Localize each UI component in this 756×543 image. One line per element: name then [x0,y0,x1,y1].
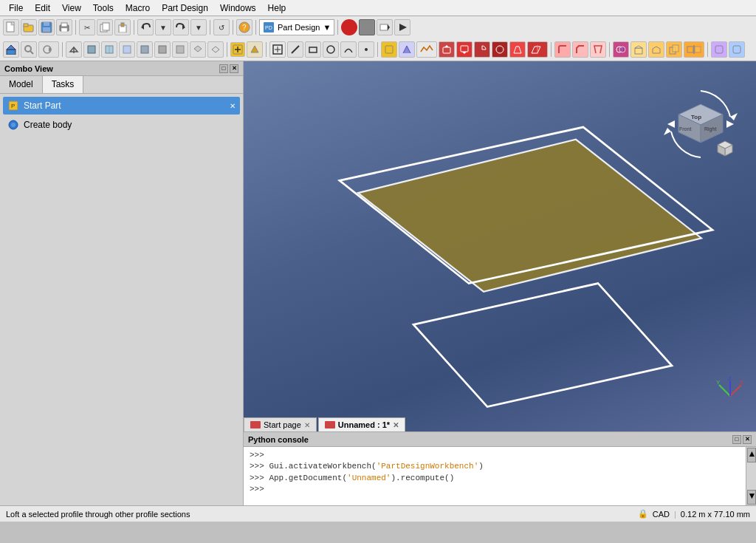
view-iso[interactable] [190,41,206,58]
play-button[interactable] [394,19,410,35]
pd-btn2[interactable] [247,41,263,58]
task-item-start-part[interactable]: P Start Part ✕ [3,97,240,115]
startpage-tab-close[interactable]: ✕ [304,421,310,429]
svg-text:P: P [11,103,15,109]
pd-draft[interactable] [590,41,606,58]
console-scrollbar[interactable]: ▲ ▼ [746,447,756,505]
open-button[interactable] [21,19,37,35]
task-close-button[interactable]: ✕ [230,102,236,110]
workbench-dropdown[interactable]: PD Part Design ▼ [259,19,334,35]
pd-more[interactable] [416,41,437,58]
pd-loft[interactable] [509,41,526,58]
svg-marker-77 [664,128,671,135]
pd-loft2[interactable] [527,41,548,58]
combo-float-button[interactable]: □ [219,64,228,73]
py-string-2: 'Unnamed' [347,474,391,482]
pd-clone[interactable] [666,41,682,58]
menu-file[interactable]: File [3,1,29,15]
pd-btn1[interactable] [230,42,245,57]
pd-boolean[interactable] [613,41,629,58]
menu-partdesign[interactable]: Part Design [156,1,214,15]
tab-tasks[interactable]: Tasks [43,76,84,93]
pd-chamfer[interactable] [572,41,588,58]
stop-button[interactable] [341,19,357,35]
stop-square[interactable] [359,19,375,35]
create-body-label: Create body [24,120,72,130]
view-home[interactable] [3,41,19,58]
combo-close-button[interactable]: ✕ [230,64,238,73]
pd-pocket[interactable] [456,41,472,58]
view-axo[interactable] [207,41,224,58]
view-back[interactable] [137,41,153,58]
pd-point[interactable] [358,41,374,58]
print-button[interactable] [56,19,72,35]
svg-line-90 [719,385,730,396]
view-3d[interactable] [66,41,82,58]
pd-groove[interactable] [492,41,508,58]
svg-marker-78 [667,120,675,128]
vp-tab-unnamed[interactable]: Unnamed : 1* ✕ [318,417,405,431]
view-top[interactable] [101,41,117,58]
pd-attach[interactable] [399,41,415,58]
menu-tools[interactable]: Tools [87,1,120,15]
help-button[interactable]: ? [236,19,252,35]
task-item-create-body[interactable]: Create body [3,116,240,134]
pd-extra[interactable] [711,41,727,58]
vp-tab-startpage[interactable]: Start page ✕ [244,417,317,431]
redo-button[interactable] [173,19,189,35]
python-float-button[interactable]: □ [732,435,741,444]
menu-windows[interactable]: Windows [214,1,262,15]
undo-dropdown[interactable]: ▼ [155,19,171,35]
pd-new-sketch[interactable] [381,41,397,58]
cut-button[interactable]: ✂ [79,19,95,35]
undo-button[interactable] [137,19,154,35]
svg-rect-45 [309,47,317,52]
redo-dropdown[interactable]: ▼ [190,19,207,35]
copy-button[interactable] [97,19,113,35]
pd-rect[interactable] [305,41,321,58]
py-suffix-2: ).recompute() [391,474,454,482]
svg-rect-96 [325,421,335,428]
view-menu[interactable] [38,41,59,58]
pd-extra2[interactable] [729,41,745,58]
pd-revolve[interactable] [474,41,490,58]
menubar: File Edit View Tools Macro Part Design W… [0,0,756,16]
pd-fillet[interactable] [554,41,571,58]
svg-point-59 [619,47,625,52]
python-close-button[interactable]: ✕ [743,435,752,444]
pd-circle[interactable] [323,41,339,58]
scroll-down[interactable]: ▼ [747,490,756,505]
view-zoom-fit[interactable] [21,41,37,58]
scroll-up[interactable]: ▲ [747,448,756,462]
combo-view-title: Combo View □ ✕ [0,61,243,76]
pd-arc[interactable] [340,41,357,58]
nav-cube[interactable]: Top Front Right [660,83,741,165]
pd-part[interactable] [630,41,647,58]
menu-help[interactable]: Help [262,1,292,15]
paste-button[interactable] [114,19,131,35]
menu-macro[interactable]: Macro [120,1,156,15]
pd-mirror[interactable] [684,41,704,58]
view-right[interactable] [119,41,135,58]
pd-line[interactable] [287,41,303,58]
pd-body[interactable] [648,41,664,58]
viewport-3d[interactable]: Top Front Right X Y Z [244,61,756,431]
python-content-area[interactable]: >>> >>> Gui.activateWorkbench('PartDesig… [244,447,746,505]
tab-model[interactable]: Model [0,76,43,93]
py-prefix-2: >>> App.getDocument( [250,474,347,482]
separator6 [337,20,338,35]
unnamed-tab-close[interactable]: ✕ [393,421,399,429]
new-button[interactable] [3,19,19,35]
pd-sketch[interactable] [269,41,286,58]
record-button[interactable] [377,19,393,35]
pd-pad[interactable] [439,41,455,58]
menu-view[interactable]: View [56,1,87,15]
view-bottom[interactable] [154,41,171,58]
view-front[interactable] [83,41,100,58]
menu-edit[interactable]: Edit [29,1,56,15]
svg-rect-0 [7,22,14,32]
startpage-tab-label: Start page [264,420,301,429]
refresh-button[interactable]: ↺ [213,19,230,35]
view-left[interactable] [172,41,188,58]
save-button[interactable] [38,19,55,35]
